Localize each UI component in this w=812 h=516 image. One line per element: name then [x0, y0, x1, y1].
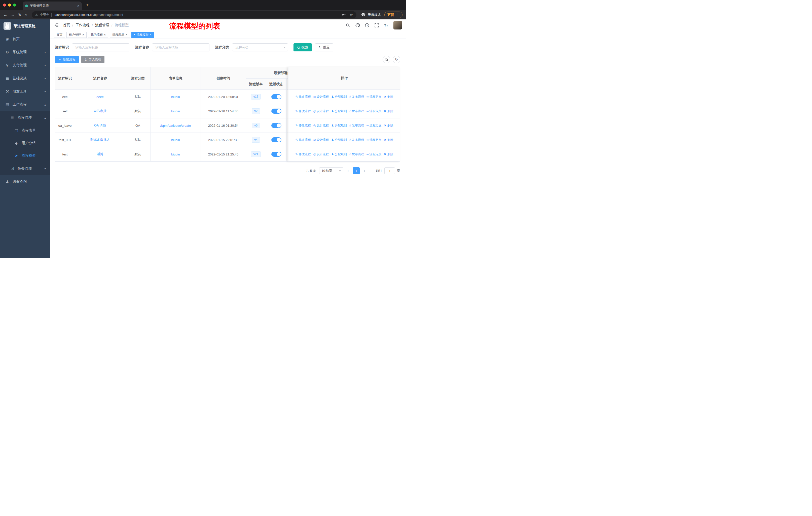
browser-tab[interactable]: 芋道管理系统 × — [23, 1, 82, 10]
form-info-link[interactable]: /bpm/oa/leave/create — [160, 124, 191, 128]
sidebar-item-user-group[interactable]: ☻ 用户分组 — [0, 137, 50, 150]
action-design[interactable]: ◎设计流程 — [313, 152, 328, 157]
action-design[interactable]: ◎设计流程 — [313, 138, 328, 142]
github-icon[interactable] — [355, 23, 360, 28]
process-name-link[interactable]: 自己审批 — [94, 109, 107, 113]
action-assign-rule[interactable]: ♟分配规则 — [331, 138, 347, 142]
address-bar[interactable]: ⚠ 不安全 dashboard.yudao.iocoder.cn/bpm/man… — [32, 11, 356, 19]
action-assign-rule[interactable]: ♟分配规则 — [331, 109, 347, 113]
toggle-search-button[interactable] — [383, 56, 390, 63]
process-name-link[interactable]: 滔博 — [97, 152, 104, 157]
status-toggle[interactable] — [271, 123, 282, 128]
action-definition[interactable]: ∞流程定义 — [367, 152, 382, 157]
category-select-input[interactable] — [232, 43, 288, 51]
action-publish[interactable]: ☝发布流程 — [349, 152, 364, 157]
security-label[interactable]: 不安全 — [40, 12, 50, 17]
update-button[interactable]: 更新 ⋮ — [384, 11, 403, 18]
window-minimize-button[interactable] — [8, 3, 11, 6]
reload-button[interactable]: ↻ — [18, 13, 21, 17]
new-tab-button[interactable]: + — [86, 2, 89, 7]
breadcrumb-item-process-management[interactable]: 流程管理 — [95, 23, 109, 27]
sidebar-item-workflow[interactable]: ▤ 工作流程 ▴ — [0, 98, 50, 111]
breadcrumb-item-workflow[interactable]: 工作流程 — [76, 23, 90, 27]
tag-my-process[interactable]: 我的流程 × — [88, 32, 108, 38]
fullscreen-icon[interactable] — [374, 23, 379, 28]
tag-tenant-management[interactable]: 租户管理 × — [66, 32, 87, 38]
help-icon[interactable]: ? — [365, 23, 370, 28]
tag-process-form[interactable]: 流程表单 × — [110, 32, 130, 38]
status-toggle[interactable] — [271, 94, 282, 99]
page-size-value[interactable] — [319, 167, 343, 174]
action-delete[interactable]: ✖删除 — [384, 109, 394, 113]
action-delete[interactable]: ✖删除 — [384, 152, 394, 157]
status-toggle[interactable] — [271, 152, 282, 157]
status-toggle[interactable] — [271, 137, 282, 142]
goto-page-input[interactable] — [384, 167, 395, 174]
action-delete[interactable]: ✖删除 — [384, 124, 394, 128]
tag-close-icon[interactable]: × — [125, 33, 127, 36]
sidebar-item-system[interactable]: ⚙ 系统管理 ▾ — [0, 46, 50, 59]
page-size-select[interactable]: ▾ — [319, 167, 343, 174]
action-design[interactable]: ◎设计流程 — [313, 109, 328, 113]
sidebar-item-leave-query[interactable]: ♟ 请假查询 — [0, 175, 50, 188]
action-modify[interactable]: ✎修改流程 — [295, 152, 311, 157]
action-delete[interactable]: ✖删除 — [384, 138, 394, 142]
process-name-link[interactable]: 测试多审批人 — [90, 138, 110, 142]
sidebar-item-dev-tools[interactable]: ⚒ 研发工具 ▾ — [0, 85, 50, 98]
back-button[interactable]: ← — [3, 13, 7, 17]
import-process-button[interactable]: ↥ 导入流程 — [81, 56, 105, 63]
process-id-input[interactable] — [72, 43, 129, 51]
process-name-link[interactable]: eeee — [96, 95, 104, 99]
action-modify[interactable]: ✎修改流程 — [295, 109, 311, 113]
action-assign-rule[interactable]: ♟分配规则 — [331, 95, 347, 99]
process-name-link[interactable]: OA 请假 — [94, 123, 106, 128]
search-button[interactable]: 搜索 — [293, 43, 312, 51]
action-publish[interactable]: ☝发布流程 — [349, 95, 364, 99]
action-modify[interactable]: ✎修改流程 — [295, 95, 311, 99]
status-toggle[interactable] — [271, 109, 282, 114]
action-assign-rule[interactable]: ♟分配规则 — [331, 152, 347, 157]
form-info-link[interactable]: biubiu — [171, 138, 180, 142]
breadcrumb-item-home[interactable]: 首页 — [63, 23, 70, 27]
category-select[interactable]: ▾ — [232, 43, 288, 51]
forward-button[interactable]: → — [11, 13, 14, 17]
tag-close-icon[interactable]: × — [104, 33, 106, 36]
sidebar-item-process-model[interactable]: ➤ 流程模型 — [0, 150, 50, 162]
tab-close-icon[interactable]: × — [77, 4, 79, 8]
action-publish[interactable]: ☝发布流程 — [349, 124, 364, 128]
browser-menu-icon[interactable]: ⋮ — [396, 13, 400, 17]
form-info-link[interactable]: biubiu — [171, 153, 180, 156]
window-close-button[interactable] — [3, 3, 6, 6]
action-definition[interactable]: ∞流程定义 — [367, 138, 382, 142]
reset-button[interactable]: ↻ 重置 — [315, 43, 333, 51]
page-1-button[interactable]: 1 — [353, 167, 360, 174]
action-assign-rule[interactable]: ♟分配规则 — [331, 124, 347, 128]
sidebar-item-home[interactable]: ◉ 首页 — [0, 32, 50, 46]
action-definition[interactable]: ∞流程定义 — [367, 109, 382, 113]
tag-close-icon[interactable]: × — [150, 33, 151, 36]
action-publish[interactable]: ☝发布流程 — [349, 109, 364, 113]
bookmark-star-icon[interactable]: ☆ — [350, 12, 353, 17]
create-process-button[interactable]: ＋ 新建流程 — [55, 56, 79, 63]
home-button[interactable]: ⌂ — [25, 13, 27, 17]
sidebar-item-infrastructure[interactable]: ▦ 基础设施 ▾ — [0, 72, 50, 85]
window-maximize-button[interactable] — [13, 3, 16, 6]
form-info-link[interactable]: biubiu — [171, 95, 180, 99]
search-icon[interactable] — [346, 23, 350, 28]
font-size-icon[interactable]: TT — [384, 23, 388, 28]
tag-process-model[interactable]: ● 流程模型 × — [132, 32, 154, 38]
sidebar-item-process-form[interactable]: ▢ 流程表单 — [0, 124, 50, 137]
password-key-icon[interactable] — [341, 12, 346, 17]
action-modify[interactable]: ✎修改流程 — [295, 124, 311, 128]
action-design[interactable]: ◎设计流程 — [313, 124, 328, 128]
action-delete[interactable]: ✖删除 — [384, 95, 394, 99]
process-name-input[interactable] — [152, 43, 209, 51]
sidebar-item-process-management[interactable]: ≣ 流程管理 ▴ — [0, 111, 50, 124]
tag-close-icon[interactable]: × — [82, 33, 84, 36]
next-page-button[interactable]: › — [363, 168, 366, 173]
form-info-link[interactable]: biubiu — [171, 109, 180, 113]
sidebar-item-task-management[interactable]: ☑ 任务管理 ▾ — [0, 162, 50, 175]
user-avatar[interactable] — [394, 21, 402, 29]
prev-page-button[interactable]: ‹ — [346, 168, 350, 173]
tag-home[interactable]: 首页 — [54, 32, 65, 38]
